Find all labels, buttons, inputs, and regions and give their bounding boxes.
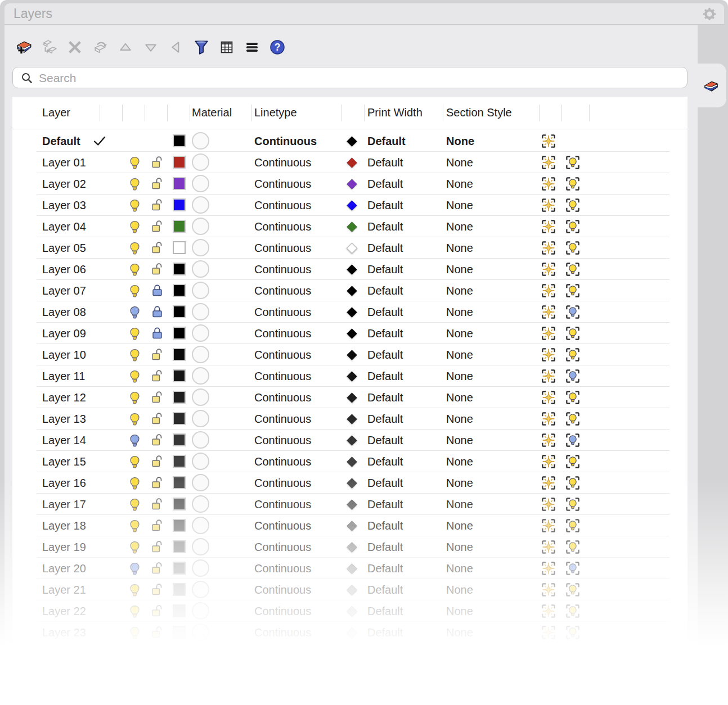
detail-bulb-icon[interactable] [562,152,583,173]
column-settings-button[interactable] [217,38,236,57]
linetype-value[interactable]: Continuous [254,130,339,152]
header-print-width[interactable]: Print Width [367,97,423,128]
layer-color-swatch[interactable] [168,451,190,472]
detail-bulb-icon[interactable] [562,622,583,643]
layer-color-swatch[interactable] [168,494,190,515]
table-row[interactable]: Layer 03 Continuous Default None [12,195,687,216]
header-material[interactable]: Material [192,97,232,128]
lock-icon[interactable] [146,344,168,365]
detail-bulb-icon[interactable] [562,600,583,622]
print-width-value[interactable]: Default [367,280,441,301]
detail-visibility-star-icon[interactable] [538,430,559,451]
detail-bulb-icon[interactable] [562,130,583,152]
section-style-value[interactable]: None [446,408,531,430]
section-style-value[interactable]: None [446,195,531,216]
detail-visibility-star-icon[interactable] [538,344,559,365]
linetype-value[interactable]: Continuous [254,515,339,536]
table-row[interactable]: Layer 19 Continuous Default None [12,536,687,558]
layer-color-swatch[interactable] [168,152,190,173]
layer-color-swatch[interactable] [168,387,190,408]
table-row[interactable]: Layer 17 Continuous Default None [12,494,687,515]
detail-visibility-star-icon[interactable] [538,579,559,600]
layer-color-swatch[interactable] [168,408,190,430]
table-row[interactable]: Layer 13 Continuous Default None [12,408,687,430]
layer-color-swatch[interactable] [168,344,190,365]
visibility-bulb-icon[interactable] [124,344,145,365]
lock-icon[interactable] [146,173,168,195]
section-style-value[interactable]: None [446,579,531,600]
table-row[interactable]: Layer 23 Continuous Default None [12,622,687,643]
detail-bulb-icon[interactable] [562,216,583,237]
section-style-value[interactable]: None [446,387,531,408]
detail-bulb-icon[interactable] [562,515,583,536]
detail-bulb-icon[interactable] [562,408,583,430]
filter-layers-button[interactable] [192,38,211,57]
material-circle[interactable] [189,195,212,216]
visibility-bulb-icon[interactable] [124,472,145,494]
material-circle[interactable] [189,152,212,173]
linetype-value[interactable]: Continuous [254,259,339,280]
gear-icon[interactable] [702,6,717,22]
linetype-value[interactable]: Continuous [254,536,339,558]
lock-icon[interactable] [146,536,168,558]
linetype-value[interactable]: Continuous [254,494,339,515]
material-circle[interactable] [189,301,212,323]
detail-bulb-icon[interactable] [562,323,583,344]
linetype-value[interactable]: Continuous [254,173,339,195]
print-width-value[interactable]: Default [367,558,441,579]
section-style-value[interactable]: None [446,237,531,259]
lock-icon[interactable] [146,494,168,515]
linetype-value[interactable]: Continuous [254,237,339,259]
move-layer-up-button[interactable] [116,38,135,57]
print-width-value[interactable]: Default [367,430,441,451]
material-circle[interactable] [189,280,212,301]
table-row[interactable]: Layer 11 Continuous Default None [12,365,687,387]
detail-visibility-star-icon[interactable] [538,408,559,430]
material-circle[interactable] [189,323,212,344]
print-width-value[interactable]: Default [367,301,441,323]
visibility-bulb-icon[interactable] [124,237,145,259]
lock-icon[interactable] [146,301,168,323]
material-circle[interactable] [189,344,212,365]
detail-visibility-star-icon[interactable] [538,536,559,558]
layer-color-swatch[interactable] [168,216,190,237]
linetype-value[interactable]: Continuous [254,451,339,472]
table-row[interactable]: Layer 07 Continuous Default None [12,280,687,301]
detail-bulb-icon[interactable] [562,173,583,195]
linetype-value[interactable]: Continuous [254,323,339,344]
layer-color-swatch[interactable] [168,600,190,622]
print-width-value[interactable]: Default [367,579,441,600]
header-linetype[interactable]: Linetype [254,97,297,128]
detail-visibility-star-icon[interactable] [538,600,559,622]
detail-bulb-icon[interactable] [562,237,583,259]
print-width-value[interactable]: Default [367,600,441,622]
material-circle[interactable] [189,494,212,515]
layer-color-swatch[interactable] [168,622,190,643]
linetype-value[interactable]: Continuous [254,195,339,216]
print-width-value[interactable]: Default [367,494,441,515]
section-style-value[interactable]: None [446,301,531,323]
header-section-style[interactable]: Section Style [446,97,512,128]
material-circle[interactable] [189,216,212,237]
lock-icon[interactable] [146,280,168,301]
new-layer-button[interactable] [15,38,34,57]
print-width-value[interactable]: Default [367,622,441,643]
section-style-value[interactable]: None [446,173,531,195]
detail-visibility-star-icon[interactable] [538,472,559,494]
table-row[interactable]: Layer 16 Continuous Default None [12,472,687,494]
material-circle[interactable] [189,365,212,387]
new-sublayer-button[interactable] [40,38,59,57]
section-style-value[interactable]: None [446,558,531,579]
detail-bulb-icon[interactable] [562,430,583,451]
section-style-value[interactable]: None [446,216,531,237]
layer-color-swatch[interactable] [168,472,190,494]
visibility-bulb-icon[interactable] [124,130,145,152]
visibility-bulb-icon[interactable] [124,152,145,173]
layer-color-swatch[interactable] [168,280,190,301]
visibility-bulb-icon[interactable] [124,280,145,301]
visibility-bulb-icon[interactable] [124,600,145,622]
lock-icon[interactable] [146,237,168,259]
lock-icon[interactable] [146,472,168,494]
table-row[interactable]: Layer 22 Continuous Default None [12,600,687,622]
print-width-value[interactable]: Default [367,408,441,430]
